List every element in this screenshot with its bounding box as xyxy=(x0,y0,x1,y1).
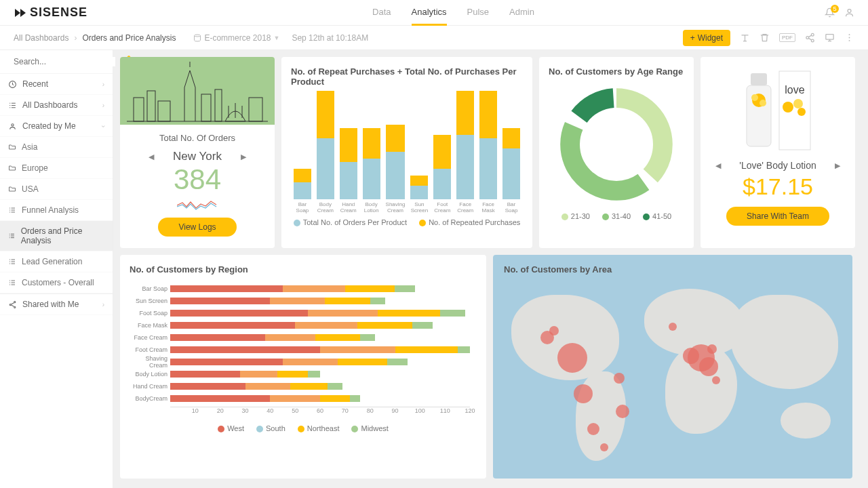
svg-point-38 xyxy=(797,108,806,116)
nav-pulse[interactable]: Pulse xyxy=(467,0,490,26)
sidebar-item-asia[interactable]: Asia xyxy=(0,137,113,158)
share-icon[interactable] xyxy=(805,33,815,43)
svg-point-37 xyxy=(793,99,803,108)
age-range-title: No. of Customers by Age Range xyxy=(549,66,684,77)
sparkline xyxy=(177,199,218,211)
chart-icon xyxy=(8,279,16,287)
svg-rect-22 xyxy=(158,101,170,121)
svg-rect-21 xyxy=(147,91,155,121)
city-prev-icon[interactable]: ◀ xyxy=(149,152,154,161)
world-map[interactable]: No. of Customers by Area xyxy=(493,255,852,479)
chart-icon xyxy=(8,232,16,240)
svg-point-7 xyxy=(849,37,850,39)
notif-badge: 5 xyxy=(831,5,839,13)
region-card: No. of Customers by Region Bar SoapSun S… xyxy=(120,255,486,479)
svg-point-32 xyxy=(751,94,758,101)
svg-point-16 xyxy=(12,123,14,125)
chevron-down-icon[interactable]: ▼ xyxy=(273,35,279,41)
area-title: No. of Customers by Area xyxy=(504,264,612,274)
svg-point-6 xyxy=(849,34,850,35)
bar-chart[interactable]: BarSoapBodyCreamHandCreamBodyLotionShavi… xyxy=(291,92,523,214)
svg-point-1 xyxy=(195,35,201,37)
svg-point-18 xyxy=(9,304,11,305)
skyline-illustration xyxy=(120,57,275,125)
city-next-icon[interactable]: ▶ xyxy=(241,152,246,161)
svg-point-17 xyxy=(14,301,16,302)
age-range-card: No. of Customers by Age Range 21-30 31-4… xyxy=(539,57,694,248)
region-legend: West South Northeast Midwest xyxy=(130,424,477,432)
sidebar-item-usa[interactable]: USA xyxy=(0,179,113,200)
sidebar-item-funnel[interactable]: Funnel Analysis xyxy=(0,200,113,221)
nav-data[interactable]: Data xyxy=(372,0,391,26)
folder-icon xyxy=(8,185,16,193)
view-logs-button[interactable]: View Logs xyxy=(158,218,236,237)
region-title: No. of Customers by Region xyxy=(130,264,477,274)
sidebar-item-customers[interactable]: Customers - Overall xyxy=(0,272,113,293)
svg-text:love: love xyxy=(785,84,804,96)
chevron-icon: › xyxy=(74,33,77,43)
present-icon[interactable] xyxy=(825,33,835,43)
more-icon[interactable] xyxy=(844,33,854,43)
orders-value: 384 xyxy=(174,163,221,196)
add-widget-button[interactable]: +Widget xyxy=(683,30,730,46)
product-prev-icon[interactable]: ◀ xyxy=(715,161,721,170)
orders-card: Total No. Of Orders ◀ New York ▶ 384 Vie… xyxy=(120,57,275,248)
sidebar-recent[interactable]: Recent› xyxy=(0,74,113,95)
brand-logo[interactable]: SISENSE xyxy=(14,5,87,20)
product-image: love xyxy=(737,66,818,155)
repeat-purchases-card: No. of Repeat Purchases + Total No. of P… xyxy=(281,57,532,248)
product-name: 'Love' Body Lotion xyxy=(739,160,816,171)
list-icon xyxy=(8,101,17,110)
chart-icon xyxy=(8,258,16,266)
product-card: love ◀ 'Love' Body Lotion ▶ $17.15 Share… xyxy=(701,57,855,248)
svg-point-19 xyxy=(14,306,16,308)
pdf-export-icon[interactable]: PDF xyxy=(779,33,795,42)
folder-icon xyxy=(8,143,16,151)
svg-rect-24 xyxy=(215,89,222,121)
bar-legend: Total No. of Orders Per Product No. of R… xyxy=(291,218,523,226)
sidebar-shared[interactable]: Shared with Me› xyxy=(0,293,113,315)
delete-icon[interactable] xyxy=(760,33,770,43)
search-input[interactable] xyxy=(14,57,115,66)
sidebar-item-lead-gen[interactable]: Lead Generation xyxy=(0,251,113,272)
datasource-label[interactable]: E-commerce 2018 xyxy=(204,33,271,43)
user-icon xyxy=(8,122,17,131)
logo-icon xyxy=(14,6,27,20)
hbar-chart[interactable]: Bar SoapSun ScreenFoot SoapFace MaskFace… xyxy=(130,280,477,416)
svg-rect-20 xyxy=(134,98,144,121)
sidebar-item-europe[interactable]: Europe xyxy=(0,158,113,179)
svg-rect-5 xyxy=(826,35,833,40)
notifications-icon[interactable]: 5 xyxy=(825,7,835,18)
timestamp: Sep 12th at 10:18AM xyxy=(292,33,368,43)
product-price: $17.15 xyxy=(743,174,813,200)
nav-analytics[interactable]: Analytics xyxy=(412,0,447,26)
svg-point-2 xyxy=(811,33,814,36)
datasource-icon[interactable] xyxy=(193,33,201,43)
sidebar-all-dashboards[interactable]: All Dashboards› xyxy=(0,95,113,116)
svg-point-0 xyxy=(848,9,851,13)
product-next-icon[interactable]: ▶ xyxy=(835,161,840,170)
area-card: No. of Customers by Area xyxy=(493,255,852,479)
folder-icon xyxy=(8,164,16,172)
svg-rect-29 xyxy=(751,73,767,85)
sidebar: + Recent› All Dashboards› Created by Me›… xyxy=(0,50,113,488)
nav-admin[interactable]: Admin xyxy=(509,0,534,26)
text-tool-icon[interactable] xyxy=(740,33,750,43)
share-icon xyxy=(8,300,17,309)
sidebar-created-by-me[interactable]: Created by Me› xyxy=(0,116,113,137)
svg-point-8 xyxy=(849,40,850,41)
orders-title: Total No. Of Orders xyxy=(159,133,235,143)
svg-rect-23 xyxy=(201,94,211,121)
user-icon[interactable] xyxy=(844,7,854,18)
brand-text: SISENSE xyxy=(30,5,87,20)
sidebar-item-orders-price[interactable]: Orders and Price Analysis xyxy=(0,221,113,251)
share-team-button[interactable]: Share With Team xyxy=(726,207,829,226)
repeat-purchases-title: No. of Repeat Purchases + Total No. of P… xyxy=(291,66,523,87)
breadcrumb-root[interactable]: All Dashboards xyxy=(14,33,68,43)
svg-point-4 xyxy=(811,39,814,42)
donut-chart[interactable] xyxy=(555,83,677,205)
svg-point-3 xyxy=(806,37,809,39)
svg-point-33 xyxy=(760,100,766,106)
breadcrumb-page: Orders and Price Analysis xyxy=(82,33,176,43)
svg-point-36 xyxy=(783,102,793,113)
